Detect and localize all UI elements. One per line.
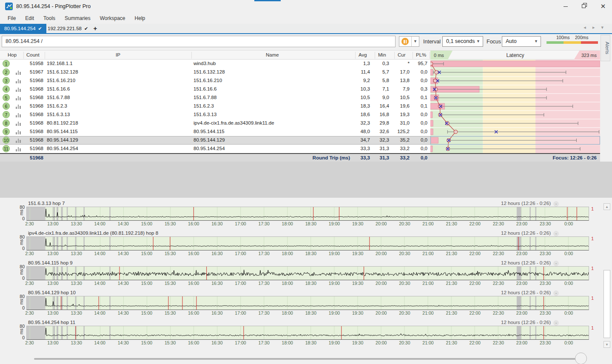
- x-tick-label: 15:30: [165, 251, 176, 256]
- graph-plot-area[interactable]: [26, 266, 589, 280]
- col-count[interactable]: Count: [26, 52, 40, 57]
- graph-plot-area[interactable]: [26, 236, 589, 250]
- x-tick-label: 13:30: [71, 281, 82, 286]
- pause-button-group[interactable]: ▼: [399, 36, 419, 47]
- cell-pl: 0,0: [410, 129, 427, 134]
- alerts-side-tab[interactable]: Alerts: [601, 35, 610, 61]
- cell-min: 5,8: [370, 78, 389, 83]
- horizontal-scroll-handle[interactable]: [575, 353, 587, 364]
- latency-header: 0 ms Latency 323 ms: [430, 51, 600, 60]
- col-min[interactable]: Min: [378, 52, 386, 57]
- x-tick-label: 0:00: [564, 310, 573, 316]
- graph-range-label: 12 hours (12:26 - 0:26): [501, 201, 551, 206]
- cell-ip: 151.6.16.6: [47, 86, 70, 91]
- x-tick-label: 22:30: [493, 221, 504, 226]
- y-max-label: 80: [16, 264, 25, 269]
- y-min-label: 0: [19, 276, 25, 281]
- target-tab-2[interactable]: 192.229.221.58✔: [43, 24, 92, 33]
- x-tick-label: 19:30: [352, 281, 363, 286]
- menu-item-edit[interactable]: Edit: [21, 14, 38, 23]
- toolbar: 80.95.144.254 / ▼ Interval 0,1 seconds ▼…: [0, 34, 612, 50]
- x-tick-label: 13:30: [71, 340, 82, 345]
- x-tick-label: 21:30: [446, 281, 457, 286]
- minimize-button[interactable]: [558, 2, 573, 11]
- graph-plot-area[interactable]: [26, 326, 589, 340]
- interval-label: Interval: [423, 39, 441, 45]
- cell-name: 80.95.144.115: [194, 129, 225, 134]
- y-unit-label: ms: [19, 269, 24, 275]
- x-tick-label: 19:00: [329, 221, 340, 226]
- cell-min: 32,6: [370, 129, 389, 134]
- graph-plot-area[interactable]: [26, 207, 589, 221]
- x-tick-label: 23:00: [516, 281, 527, 286]
- col-pl[interactable]: PL%: [416, 52, 426, 57]
- hop-number-badge: 7: [3, 111, 10, 118]
- graph-right-marker: 1: [591, 236, 594, 241]
- vertical-scrollbar[interactable]: ▲ ▼: [603, 200, 611, 353]
- menu-bar: FileEditToolsSummariesWorkspaceHelp: [0, 13, 612, 24]
- close-button[interactable]: ✕: [596, 2, 610, 11]
- graph-range-dropdown[interactable]: ⌄: [553, 231, 559, 236]
- cell-avg: 18,3: [347, 103, 370, 108]
- cell-avg: 48,0: [347, 129, 370, 134]
- x-tick-label: 16:00: [188, 281, 199, 286]
- target-address-input[interactable]: 80.95.144.254 /: [2, 36, 396, 47]
- app-icon: [5, 3, 13, 10]
- graph-range-dropdown[interactable]: ⌄: [553, 290, 559, 296]
- splitter-area[interactable]: [0, 162, 612, 198]
- cell-count: 51968: [17, 78, 43, 83]
- col-hop[interactable]: Hop: [8, 52, 17, 57]
- cell-name: 151.6.16.6: [194, 86, 216, 91]
- menu-item-summaries[interactable]: Summaries: [60, 14, 95, 23]
- menu-item-tools[interactable]: Tools: [39, 14, 60, 23]
- hop-number-badge: 10: [3, 136, 10, 144]
- x-tick-label: 0:00: [564, 251, 573, 256]
- cell-avg: 34,7: [347, 137, 370, 142]
- footer-count: 51968: [17, 155, 43, 160]
- pause-dropdown-arrow[interactable]: ▼: [411, 37, 419, 46]
- footer-min: 31,3: [370, 155, 389, 160]
- target-tab-1[interactable]: 80.95.144.254✔: [0, 24, 46, 33]
- cell-name: 151.6.132.128: [194, 69, 225, 74]
- x-tick-label: 2:30: [25, 221, 34, 226]
- y-unit-label: ms: [19, 299, 24, 304]
- x-tick-label: 19:30: [352, 221, 363, 226]
- x-tick-label: 22:00: [470, 340, 481, 345]
- menu-item-workspace[interactable]: Workspace: [96, 14, 130, 23]
- scroll-down-button[interactable]: ▼: [603, 341, 610, 348]
- graph-range-dropdown[interactable]: ⌄: [553, 320, 559, 326]
- cell-count: 51968: [17, 120, 43, 125]
- cell-name: 151.6.2.3: [194, 103, 214, 108]
- x-tick-label: 13:30: [71, 221, 82, 226]
- graph-range-dropdown[interactable]: ⌄: [553, 201, 559, 207]
- x-tick-label: 13:00: [47, 281, 58, 286]
- window-title: 80.95.144.254 - PingPlotter Pro: [16, 3, 91, 9]
- cell-name: 80.95.144.129: [194, 137, 225, 142]
- vertical-scroll-thumb[interactable]: [603, 270, 610, 338]
- graph-plot-area[interactable]: [26, 296, 589, 310]
- x-tick-label: 0:00: [564, 281, 573, 286]
- x-tick-label: 15:00: [141, 340, 152, 345]
- x-tick-label: 19:00: [329, 340, 340, 345]
- x-tick-label: 17:00: [235, 310, 246, 316]
- interval-select[interactable]: 0,1 seconds ▼: [442, 36, 483, 47]
- focus-select[interactable]: Auto ▼: [502, 36, 541, 47]
- col-cur[interactable]: Cur: [398, 52, 406, 57]
- restore-button[interactable]: [577, 2, 592, 11]
- menu-item-file[interactable]: File: [3, 14, 20, 23]
- restore-icon: [582, 3, 587, 8]
- col-ip[interactable]: IP: [116, 52, 120, 57]
- col-name[interactable]: Name: [266, 52, 279, 57]
- x-tick-label: 17:00: [235, 281, 246, 286]
- graph-range-dropdown[interactable]: ⌄: [553, 261, 559, 266]
- horizontal-scrollbar-track[interactable]: [34, 358, 578, 360]
- col-avg[interactable]: Avg: [359, 52, 367, 57]
- top-accent-bar: [254, 0, 281, 1]
- menu-item-help[interactable]: Help: [131, 14, 150, 23]
- x-tick-label: 23:00: [516, 340, 527, 345]
- tab-nav-arrows[interactable]: ◂ ▸ ▾: [584, 25, 606, 30]
- x-tick-label: 18:00: [282, 340, 293, 345]
- x-tick-label: 14:30: [118, 340, 129, 345]
- x-tick-label: 22:00: [470, 251, 481, 256]
- scroll-up-button[interactable]: ▲: [603, 203, 610, 210]
